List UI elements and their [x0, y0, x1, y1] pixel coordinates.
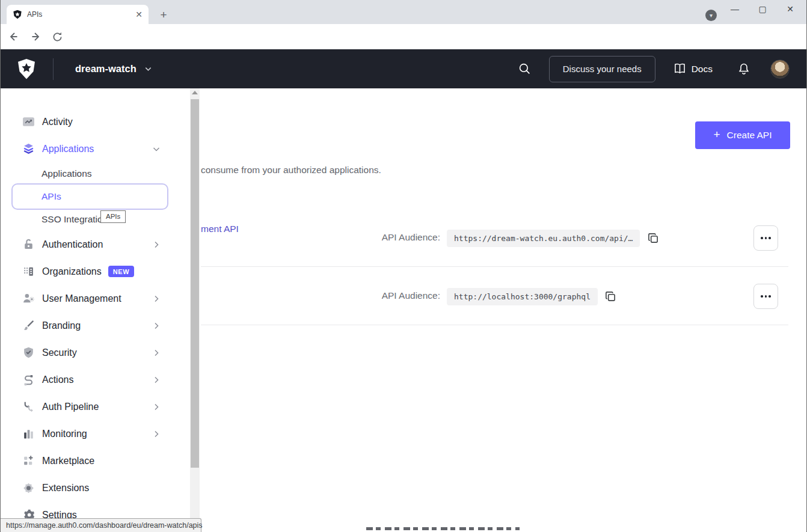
row-divider	[201, 266, 788, 267]
row-divider	[201, 325, 788, 325]
plus-icon: +	[713, 128, 720, 141]
auth0-favicon	[13, 10, 22, 19]
api-row: ment APIAPI Audience:https://dream-watch…	[201, 220, 807, 256]
docs-link[interactable]: Docs	[674, 63, 713, 75]
pipeline-icon	[22, 400, 35, 413]
sidebar-item-label: Applications	[42, 144, 94, 154]
chevron-right-icon	[152, 294, 161, 304]
clipped-text-fragment	[366, 527, 520, 530]
sidebar-scrollbar[interactable]	[190, 88, 200, 519]
sidebar-item-auth-pipeline[interactable]: Auth Pipeline	[1, 393, 190, 420]
chevron-right-icon	[152, 321, 161, 331]
maximize-button[interactable]: ▢	[749, 0, 776, 18]
security-icon	[22, 346, 35, 359]
api-audience-value: http://localhost:3000/graphql	[447, 288, 598, 305]
nav-list: ActivityApplicationsApplicationsAPIsSSO …	[1, 108, 190, 528]
chevron-right-icon	[152, 240, 161, 249]
sidebar-item-user-management[interactable]: User Management	[1, 285, 190, 312]
sidebar-item-authentication[interactable]: Authentication	[1, 231, 190, 258]
scrollbar-thumb[interactable]	[191, 99, 199, 468]
sidebar-item-applications[interactable]: Applications	[1, 162, 190, 185]
scrollbar-up-arrow[interactable]	[192, 91, 198, 94]
chevron-right-icon	[152, 402, 161, 412]
api-audience-value: https://dream-watch.eu.auth0.com/api/…	[447, 230, 640, 247]
window-controls: — ▢ ✕	[721, 0, 804, 18]
sidebar-item-label: Applications	[41, 168, 92, 179]
status-bar: https://manage.auth0.com/dashboard/eu/dr…	[1, 518, 201, 532]
reload-icon[interactable]	[49, 28, 66, 45]
extensions-icon	[22, 482, 35, 494]
api-name-link[interactable]: ment API	[201, 224, 239, 234]
back-icon[interactable]	[5, 28, 22, 45]
activity-icon	[22, 115, 35, 128]
docs-label: Docs	[692, 64, 713, 75]
tenant-selector[interactable]: dream-watch	[75, 63, 153, 75]
browser-toolbar: manage.auth0.com/dashboard/eu/dream-watc…	[1, 24, 806, 49]
row-menu-button[interactable]	[753, 284, 778, 309]
tab-search-icon[interactable]: ▾	[705, 10, 717, 21]
tab-title: APIs	[27, 10, 134, 19]
sidebar-item-sso-integrations[interactable]: SSO Integrations	[1, 208, 190, 231]
sidebar-item-actions[interactable]: Actions	[1, 366, 190, 393]
apis-tooltip: APIs	[100, 210, 126, 223]
copy-icon[interactable]	[604, 289, 618, 304]
api-row: API Audience:http://localhost:3000/graph…	[201, 278, 807, 314]
sidebar-item-branding[interactable]: Branding	[1, 312, 190, 339]
applications-icon	[22, 142, 35, 155]
chevron-down-icon	[144, 64, 153, 73]
minimize-button[interactable]: —	[721, 0, 749, 18]
status-bar-url: https://manage.auth0.com/dashboard/eu/dr…	[6, 521, 203, 530]
chevron-down-icon	[152, 144, 161, 154]
sidebar-item-security[interactable]: Security	[1, 339, 190, 366]
sidebar-item-organizations[interactable]: OrganizationsNEW	[1, 258, 190, 285]
row-menu-button[interactable]	[753, 225, 778, 251]
marketplace-icon	[22, 454, 35, 467]
actions-icon	[22, 373, 35, 386]
sidebar-item-label: Authentication	[42, 239, 103, 250]
branding-icon	[22, 319, 35, 332]
tab-apis[interactable]: APIs ✕	[7, 5, 149, 24]
tab-strip: APIs ✕ + ▾ — ▢ ✕	[1, 0, 806, 24]
user-avatar[interactable]	[770, 60, 790, 79]
notifications-bell-icon[interactable]	[733, 58, 755, 80]
discuss-your-needs-button[interactable]: Discuss your needs	[549, 56, 655, 82]
sidebar-item-marketplace[interactable]: Marketplace	[1, 447, 190, 474]
sidebar-item-apis[interactable]: APIs	[1, 185, 190, 208]
sidebar-item-label: Auth Pipeline	[42, 402, 99, 412]
focus-ring	[11, 183, 168, 210]
browser-window: APIs ✕ + ▾ — ▢ ✕ manage.auth0.com/dashbo…	[0, 0, 807, 532]
monitoring-icon	[22, 427, 35, 440]
sidebar-item-activity[interactable]: Activity	[1, 108, 190, 135]
sidebar-item-extensions[interactable]: Extensions	[1, 474, 190, 501]
page-description-clipped: consume from your authorized application…	[201, 165, 381, 176]
create-api-button[interactable]: + Create API	[695, 121, 790, 149]
chevron-right-icon	[152, 348, 161, 358]
chevron-right-icon	[152, 375, 161, 385]
organizations-icon	[22, 265, 35, 278]
sidebar-item-label: Organizations	[42, 266, 102, 277]
new-tab-button[interactable]: +	[156, 7, 171, 23]
sidebar-item-label: Security	[42, 347, 77, 358]
auth0-header: dream-watch Discuss your needs Docs	[1, 49, 806, 88]
sidebar-item-label: Actions	[42, 375, 73, 385]
search-icon[interactable]	[514, 58, 536, 80]
lock-icon	[22, 238, 35, 251]
copy-icon[interactable]	[646, 231, 660, 245]
sidebar-item-applications[interactable]: Applications	[1, 135, 190, 162]
forward-icon[interactable]	[27, 28, 44, 45]
sidebar-item-label: Activity	[42, 117, 73, 127]
sidebar-item-label: Monitoring	[42, 429, 87, 439]
header-divider	[53, 58, 54, 80]
book-icon	[674, 63, 686, 75]
sidebar-item-label: Marketplace	[42, 456, 94, 466]
new-badge: NEW	[108, 266, 134, 277]
users-icon	[22, 292, 35, 305]
sidebar-item-monitoring[interactable]: Monitoring	[1, 420, 190, 447]
close-button[interactable]: ✕	[776, 0, 804, 18]
sidebar-item-label: Branding	[42, 320, 81, 331]
api-audience-label: API Audience:	[382, 290, 440, 301]
sidebar-nav: ActivityApplicationsApplicationsAPIsSSO …	[1, 88, 201, 532]
tab-close-icon[interactable]: ✕	[134, 10, 144, 19]
auth0-logo	[17, 59, 36, 79]
tenant-name: dream-watch	[75, 63, 137, 75]
